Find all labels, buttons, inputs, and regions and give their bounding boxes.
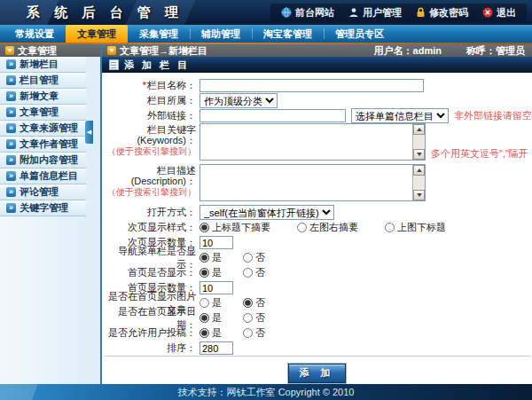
sidebar-item-comment-management[interactable]: »评论管理 bbox=[0, 184, 86, 200]
homedate-no[interactable]: 否 bbox=[243, 311, 265, 325]
arrow-icon: » bbox=[6, 171, 16, 181]
tab-admin-zone[interactable]: 管理员专区 bbox=[324, 25, 395, 43]
homepic-yes[interactable]: 是 bbox=[200, 296, 222, 310]
keywords-scrollbar[interactable] bbox=[412, 124, 425, 160]
navshow-yes[interactable]: 是 bbox=[200, 251, 222, 264]
allowpost-no[interactable]: 否 bbox=[243, 326, 265, 340]
change-password-link[interactable]: 修改密码 bbox=[416, 6, 468, 20]
keywords-textarea[interactable] bbox=[200, 123, 426, 161]
sidebar-collapse-handle[interactable]: ◀ bbox=[85, 121, 93, 144]
navshow-yes-radio[interactable] bbox=[200, 253, 209, 263]
user-management-link[interactable]: 用户管理 bbox=[348, 6, 402, 20]
content-area: 添 加 栏 目 *栏目名称： 栏目所属： 作为顶级分类 外部链接： 选择单篇信息… bbox=[102, 57, 532, 384]
arrow-icon: » bbox=[6, 203, 16, 213]
navshow-yes-label: 是 bbox=[212, 251, 222, 264]
link-label: 外部链接： bbox=[104, 109, 196, 122]
sidebar-item-add-article[interactable]: »新增文章 bbox=[0, 89, 86, 105]
substyle-option-2[interactable]: 左图右摘要 bbox=[297, 221, 358, 234]
scroll-up-icon[interactable] bbox=[413, 124, 425, 135]
arrow-icon: » bbox=[6, 75, 16, 85]
navshow-no-label: 否 bbox=[255, 251, 265, 264]
frontend-site-link[interactable]: 前台网站 bbox=[281, 6, 334, 20]
sidebar-item-add-category[interactable]: »新增栏目 bbox=[0, 57, 86, 73]
sidebar-item-label: 文章管理 bbox=[20, 106, 59, 119]
homecount-input[interactable] bbox=[200, 281, 233, 294]
arrow-icon: » bbox=[6, 187, 16, 197]
app-title: 系 统 后 台 管 理 bbox=[27, 0, 184, 25]
main-tab-bar: 常规设置 文章管理 采集管理 辅助管理 淘宝客管理 管理员专区 bbox=[0, 25, 532, 43]
sidebar-item-article-management[interactable]: »文章管理 bbox=[0, 105, 86, 121]
substyle-option-1[interactable]: 上标题下摘要 bbox=[200, 221, 270, 234]
subcount-input[interactable] bbox=[200, 236, 233, 249]
allowpost-no-radio[interactable] bbox=[243, 328, 253, 338]
target-select[interactable]: _self(在当前窗体打开链接) bbox=[200, 205, 334, 220]
homeshow-yes-radio[interactable] bbox=[200, 268, 209, 278]
sidebar-header-label: 文章管理 bbox=[18, 44, 57, 58]
name-input[interactable] bbox=[200, 79, 424, 92]
user-icon bbox=[348, 7, 359, 18]
allowpost-yes[interactable]: 是 bbox=[200, 326, 222, 340]
main-area: »新增栏目»栏目管理»新增文章»文章管理»文章来源管理»文章作者管理»附加内容管… bbox=[0, 57, 532, 384]
homepic-no[interactable]: 否 bbox=[243, 296, 265, 310]
field-row-substyle: 次页显示样式： 上标题下摘要 左图右摘要 上图下标题 bbox=[104, 220, 527, 235]
sidebar-item-extra-content-management[interactable]: »附加内容管理 bbox=[0, 153, 86, 169]
scroll-down-icon[interactable] bbox=[413, 190, 425, 200]
tab-taobaoke-management[interactable]: 淘宝客管理 bbox=[252, 25, 324, 43]
sidebar-item-article-source-management[interactable]: »文章来源管理 bbox=[0, 121, 86, 137]
keywords-label: 栏目关键字(Keywords)： （便于搜索引擎搜到） bbox=[104, 123, 196, 157]
tab-article-management[interactable]: 文章管理 bbox=[66, 25, 128, 43]
sidebar-item-single-info-category[interactable]: »单篇信息栏目 bbox=[0, 169, 86, 184]
sidebar-item-keyword-management[interactable]: »关键字管理 bbox=[0, 200, 86, 216]
allowpost-yes-label: 是 bbox=[212, 326, 222, 340]
substyle-radio-3[interactable] bbox=[385, 223, 395, 232]
homeshow-no[interactable]: 否 bbox=[243, 266, 265, 279]
sidebar-menu: »新增栏目»栏目管理»新增文章»文章管理»文章来源管理»文章作者管理»附加内容管… bbox=[0, 57, 86, 216]
tab-general-settings[interactable]: 常规设置 bbox=[4, 25, 66, 43]
sort-input[interactable] bbox=[200, 341, 233, 355]
tab-collection-management[interactable]: 采集管理 bbox=[128, 25, 190, 43]
substyle-radio-2[interactable] bbox=[297, 223, 307, 232]
scroll-up-icon[interactable] bbox=[413, 165, 425, 176]
allowpost-yes-radio[interactable] bbox=[200, 328, 209, 338]
homedate-no-radio[interactable] bbox=[243, 313, 253, 323]
description-sublabel: （便于搜索引擎搜到） bbox=[107, 187, 196, 197]
name-label: *栏目名称： bbox=[104, 79, 196, 92]
add-category-form: *栏目名称： 栏目所属： 作为顶级分类 外部链接： 选择单篇信息栏目 非外部链接… bbox=[104, 73, 530, 357]
single-info-select[interactable]: 选择单篇信息栏目 bbox=[351, 108, 449, 123]
homedate-no-label: 否 bbox=[255, 311, 265, 325]
arrow-icon: » bbox=[6, 59, 16, 69]
form-header: 添 加 栏 目 bbox=[102, 57, 532, 73]
field-row-allowpost: 是否允许用户投稿： 是 否 bbox=[104, 325, 527, 341]
sidebar-item-article-author-management[interactable]: »文章作者管理 bbox=[0, 137, 86, 153]
link-input[interactable] bbox=[200, 109, 346, 122]
homedate-yes-label: 是 bbox=[212, 311, 222, 325]
sidebar-item-label: 评论管理 bbox=[20, 185, 59, 199]
homedate-yes[interactable]: 是 bbox=[200, 311, 222, 325]
field-row-description: 栏目描述(Description)： （便于搜索引擎搜到） bbox=[104, 164, 527, 205]
link-note: 非外部链接请留空 bbox=[454, 109, 532, 122]
lock-icon bbox=[416, 7, 426, 18]
description-textarea[interactable] bbox=[200, 164, 426, 201]
add-button[interactable]: 添 加 bbox=[288, 364, 345, 383]
homeshow-no-radio[interactable] bbox=[243, 268, 253, 278]
scroll-down-icon[interactable] bbox=[413, 149, 425, 160]
field-row-name: *栏目名称： bbox=[104, 78, 527, 93]
field-row-navshow: 导航菜单栏是否显示： 是 否 bbox=[104, 250, 527, 265]
homepic-yes-radio[interactable] bbox=[200, 298, 209, 308]
breadcrumb: 文章管理→新增栏目 bbox=[120, 44, 207, 58]
sidebar-item-category-management[interactable]: »栏目管理 bbox=[0, 73, 86, 89]
logout-link[interactable]: 退出 bbox=[482, 6, 516, 20]
sidebar-header: 文章管理 bbox=[0, 44, 102, 57]
arrow-icon: » bbox=[6, 91, 16, 101]
navshow-no-radio[interactable] bbox=[243, 253, 253, 263]
homeshow-yes[interactable]: 是 bbox=[200, 266, 222, 279]
homeshow-label: 首页是否显示： bbox=[104, 266, 196, 279]
navshow-no[interactable]: 否 bbox=[243, 251, 265, 264]
homedate-yes-radio[interactable] bbox=[200, 313, 209, 323]
tab-auxiliary-management[interactable]: 辅助管理 bbox=[190, 25, 252, 43]
substyle-radio-1[interactable] bbox=[200, 223, 209, 232]
description-scrollbar[interactable] bbox=[412, 165, 425, 200]
parent-select[interactable]: 作为顶级分类 bbox=[200, 93, 278, 108]
homepic-no-radio[interactable] bbox=[243, 298, 253, 308]
substyle-option-3[interactable]: 上图下标题 bbox=[385, 221, 446, 234]
